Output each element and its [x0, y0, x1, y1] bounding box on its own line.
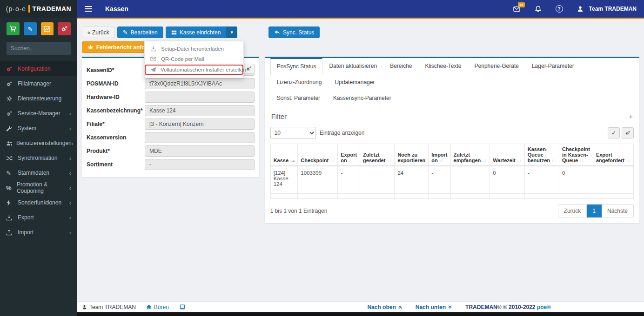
footer-user: Team TRADEMAN	[82, 304, 136, 310]
form-row: POSMAN-IDt73x0QddzR1f8L5rXJYIBAAc	[87, 78, 255, 89]
menu-item-qr-mail[interactable]: QR-Code per Mail	[145, 54, 243, 64]
table-info: 1 bis 1 von 1 Einträgen	[270, 208, 558, 214]
filter-expand-button[interactable]: +	[629, 112, 633, 120]
tab-label: Lager-Parameter	[532, 63, 574, 69]
users-icon	[6, 140, 13, 146]
apply-button[interactable]	[608, 127, 620, 138]
column-header-kassen-queue-benutzen[interactable]: Kassen-Queue benutzen	[524, 144, 559, 166]
sidebar-item-export[interactable]: Export‹	[0, 210, 77, 225]
tab-kassensync-parameter[interactable]: Kassensync-Parameter	[327, 90, 398, 106]
sidebar-item-label: System	[18, 125, 36, 132]
hamburger-menu-icon[interactable]	[85, 6, 92, 12]
tab-lizenz-zuordnung[interactable]: Lizenz-Zuordnung	[270, 74, 329, 90]
stats-button[interactable]	[41, 22, 54, 35]
pagination-next-button[interactable]: Nächste	[602, 204, 634, 217]
pagination-prev-button[interactable]: Zurück	[558, 204, 587, 217]
tab-klischee-texte[interactable]: Klischee-Texte	[419, 58, 468, 74]
sort-icon	[579, 158, 584, 163]
entries-select[interactable]: 10	[270, 127, 316, 139]
wrench-icon	[6, 125, 14, 132]
table-row[interactable]: [124] Kasse 124 1003399 - 24 - 0 - 0	[270, 166, 633, 194]
column-header-noch-zu-exportieren[interactable]: Noch zu exportieren	[395, 144, 429, 166]
tab-possync-status[interactable]: PosSync Status	[270, 58, 323, 74]
laptop-icon	[179, 304, 186, 310]
copyright: TRADEMAN® © 2010-2022 poe®	[465, 304, 551, 310]
table-length-row: 10 Einträge anzeigen	[270, 127, 634, 139]
tab-peripherie-geraete[interactable]: Peripherie-Geräte	[468, 58, 525, 74]
menu-item-auto-installer[interactable]: Vollautomatischen Installer erstellen	[145, 65, 243, 75]
sidebar-item-dienstesteuerung[interactable]: Dienstesteuerung	[0, 91, 77, 106]
sidebar-item-synchronisation[interactable]: Synchronisation‹	[0, 151, 77, 165]
sync-status-button[interactable]: Sync. Status	[268, 26, 320, 38]
sort-icon	[439, 158, 444, 163]
field-label: POSMAN-ID	[87, 80, 145, 87]
chevron-left-icon: ‹	[69, 229, 71, 236]
column-header-checkpoint[interactable]: Checkpoint	[298, 144, 338, 166]
scroll-bottom-link[interactable]: Nach unten	[416, 304, 452, 310]
tab-bereiche[interactable]: Bereiche	[383, 58, 418, 74]
column-header-zuletzt-empfangen[interactable]: Zuletzt empfangen	[450, 144, 490, 166]
sidebar-item-stammdaten[interactable]: ✎Stammdaten‹	[0, 165, 77, 180]
current-user-label[interactable]: Team TRADEMAN	[589, 6, 637, 12]
tab-lager-parameter[interactable]: Lager-Parameter	[525, 58, 581, 74]
column-header-kasse[interactable]: Kasse	[270, 144, 298, 166]
column-header-export-angefordert[interactable]: Export angefordert	[593, 144, 633, 166]
footer-location-link[interactable]: Büren	[146, 304, 169, 310]
sidebar-item-service-manager[interactable]: Service-Manager‹	[0, 106, 77, 121]
tab-daten-aktualisieren[interactable]: Daten aktualisieren	[322, 58, 383, 74]
form-row: Filiale*[3 - Konzern] Konzern	[87, 118, 255, 130]
back-button[interactable]: « Zurück	[82, 26, 115, 38]
tab-sonst-parameter[interactable]: Sonst. Parameter	[270, 90, 327, 106]
app-logo[interactable]: (p·o·e TRADEMAN	[0, 0, 77, 18]
tab-label: Daten aktualisieren	[329, 63, 377, 69]
cell-import-on: -	[429, 166, 450, 194]
cogs-icon	[61, 26, 68, 32]
question-icon	[556, 5, 563, 13]
form-row: Kassenbezeichnung*Kasse 124	[87, 105, 255, 116]
tab-updatemanager[interactable]: Updatemanager	[328, 74, 381, 90]
notifications-button[interactable]	[535, 6, 542, 13]
cell-export-on: -	[338, 166, 360, 194]
search-input[interactable]	[11, 45, 83, 52]
cogs-icon	[6, 81, 14, 87]
sidebar-item-label: Benutzereinstellungen	[16, 140, 72, 146]
sidebar-item-benutzereinstellungen[interactable]: Benutzereinstellungen‹	[0, 136, 77, 151]
messages-button[interactable]: 15	[513, 6, 521, 12]
produkt-field: MDE	[145, 145, 255, 157]
edit-button-quick[interactable]: ✎	[24, 22, 37, 35]
sidebar-search[interactable]	[7, 42, 71, 55]
download-icon	[6, 215, 14, 221]
setup-dropdown-toggle[interactable]	[226, 26, 237, 38]
cart-button[interactable]	[7, 22, 20, 35]
table-footer: 1 bis 1 von 1 Einträgen Zurück 1 Nächste	[270, 204, 634, 217]
help-button[interactable]	[556, 5, 563, 13]
sidebar-item-filialmanager[interactable]: Filialmanager	[0, 76, 77, 91]
scroll-top-link[interactable]: Nach oben	[367, 304, 402, 310]
grid-icon	[171, 30, 177, 35]
menu-item-setup-file[interactable]: Setup-Datei herunterladen	[145, 44, 243, 54]
footer-location-label: Büren	[154, 304, 169, 310]
user-menu-button[interactable]	[577, 6, 584, 12]
sidebar-item-import[interactable]: Import‹	[0, 225, 77, 240]
sidebar-item-konfiguration[interactable]: Konfiguration	[0, 61, 77, 76]
column-header-import-on[interactable]: Import on	[429, 144, 450, 166]
column-header-zuletzt-gesendet[interactable]: Zuletzt gesendet	[360, 144, 395, 166]
settings-button-quick[interactable]	[58, 22, 71, 35]
column-header-checkpoint-in-kassen-queue[interactable]: Checkpoint in Kassen-Queue	[559, 144, 593, 166]
sidebar-item-system[interactable]: System‹	[0, 121, 77, 136]
sidebar-item-sonderfunktionen[interactable]: Sonderfunktionen‹	[0, 195, 77, 210]
column-header-export-on[interactable]: Export on	[338, 144, 360, 166]
footer-terminal-button[interactable]	[179, 304, 186, 310]
pagination-page-1[interactable]: 1	[587, 204, 602, 217]
chevron-left-icon: ‹	[72, 140, 74, 147]
setup-register-button[interactable]: Kasse einrichten	[166, 26, 227, 38]
column-header-wartezeit[interactable]: Wartezeit	[490, 144, 525, 166]
sidebar-item-promotion-couponing[interactable]: %Promotion & Couponing‹	[0, 180, 77, 195]
upload-icon	[6, 230, 14, 236]
table-settings-button[interactable]	[622, 127, 634, 138]
form-row: Sortiment-	[87, 159, 255, 170]
edit-button[interactable]: ✎Bearbeiten	[117, 26, 163, 38]
logo-divider	[28, 5, 30, 13]
posman-id-field: t73x0QddzR1f8L5rXJYIBAAc	[145, 78, 255, 89]
app-window: (p·o·e TRADEMAN ✎ Konfiguration Filialma…	[0, 0, 644, 316]
